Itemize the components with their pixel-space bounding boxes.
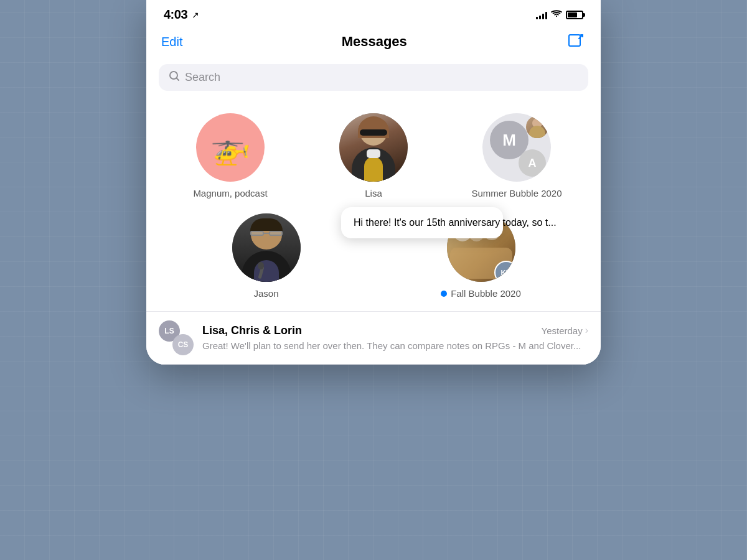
pinned-magnum[interactable]: 🚁 Magnum, podcast — [181, 113, 280, 198]
conv-name: Lisa, Chris & Lorin — [202, 324, 302, 337]
fall-bubble-text: Fall Bubble 2020 — [451, 288, 521, 299]
conv-header-row: Lisa, Chris & Lorin Yesterday › — [202, 324, 588, 337]
tooltip-text: Hi there! It's our 15th anniversary toda… — [354, 217, 557, 228]
status-time: 4:03 — [164, 7, 187, 22]
jason-label: Jason — [253, 288, 278, 299]
unread-dot — [441, 291, 447, 297]
pinned-summer-bubble[interactable]: M A Summer Bubble 2020 — [467, 113, 566, 198]
edit-button[interactable]: Edit — [161, 35, 182, 49]
conversation-list: LS CS Lisa, Chris & Lorin Yesterday › Gr… — [146, 311, 601, 365]
signal-bars-icon — [536, 11, 547, 19]
status-bar: 4:03 ↗ — [146, 0, 601, 27]
pinned-row-1: 🚁 Magnum, podcast — [146, 103, 601, 213]
phone-container: 4:03 ↗ Edit — [146, 0, 601, 365]
lisa-label: Lisa — [365, 188, 382, 198]
conv-content: Lisa, Chris & Lorin Yesterday › Great! W… — [202, 324, 588, 352]
kk-badge: KK — [494, 261, 515, 282]
group-a-initial: A — [519, 149, 546, 177]
helicopter-icon: 🚁 — [210, 131, 251, 164]
pinned-lisa[interactable]: Lisa — [324, 113, 423, 198]
battery-icon — [566, 11, 583, 19]
status-icons — [536, 9, 583, 21]
conv-time: Yesterday — [542, 325, 583, 336]
pinned-row-2: Hi there! It's our 15th anniversary toda… — [146, 213, 601, 311]
summer-bubble-avatar: M A — [482, 113, 551, 182]
search-placeholder: Search — [185, 71, 220, 84]
search-bar[interactable]: Search — [159, 64, 588, 91]
search-icon — [169, 70, 180, 85]
conv-preview: Great! We'll plan to send her over then.… — [202, 340, 588, 352]
wifi-icon — [551, 9, 562, 21]
location-arrow-icon: ↗ — [192, 10, 199, 20]
page-title: Messages — [342, 34, 407, 50]
magnum-label: Magnum, podcast — [193, 188, 267, 198]
conv-time-row: Yesterday › — [542, 325, 589, 336]
magnum-avatar: 🚁 — [196, 113, 265, 182]
conversation-item[interactable]: LS CS Lisa, Chris & Lorin Yesterday › Gr… — [146, 312, 601, 365]
search-container: Search — [146, 62, 601, 103]
lisa-avatar — [339, 113, 408, 182]
summer-bubble-label: Summer Bubble 2020 — [471, 188, 561, 198]
jason-avatar — [232, 213, 301, 282]
conv-group-avatar: LS CS — [159, 320, 194, 355]
chevron-right-icon: › — [585, 325, 588, 336]
fall-bubble-label-row: Fall Bubble 2020 — [441, 288, 521, 299]
pinned-jason[interactable]: Jason — [217, 213, 316, 299]
header: Edit Messages — [146, 27, 601, 62]
svg-rect-0 — [569, 35, 580, 46]
tooltip-bubble: Hi there! It's our 15th anniversary toda… — [341, 207, 503, 238]
compose-button[interactable] — [566, 32, 586, 52]
conv-mini-cs: CS — [172, 334, 194, 355]
